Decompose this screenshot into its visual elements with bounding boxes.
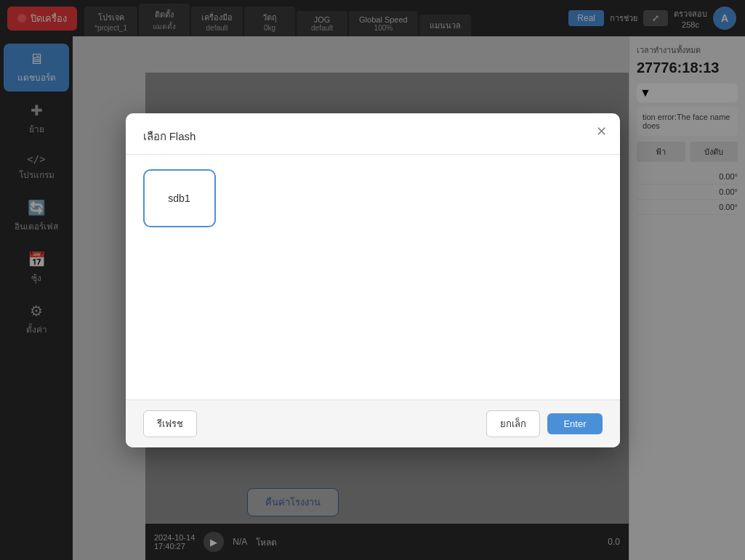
flash-dialog: เลือก Flash ✕ sdb1 รีเฟรช ยกเล็ก Enter [126, 113, 620, 447]
flash-dialog-overlay: เลือก Flash ✕ sdb1 รีเฟรช ยกเล็ก Enter [0, 0, 745, 560]
cancel-button[interactable]: ยกเล็ก [486, 410, 540, 437]
refresh-button[interactable]: รีเฟรช [143, 410, 197, 437]
flash-dialog-footer: รีเฟรช ยกเล็ก Enter [126, 399, 620, 447]
flash-close-button[interactable]: ✕ [596, 123, 607, 139]
flash-item-sdb1[interactable]: sdb1 [143, 169, 216, 227]
flash-dialog-title: เลือก Flash [143, 130, 196, 142]
flash-dialog-body: sdb1 [126, 155, 620, 399]
flash-dialog-header: เลือก Flash ✕ [126, 113, 620, 155]
enter-button[interactable]: Enter [547, 413, 602, 434]
